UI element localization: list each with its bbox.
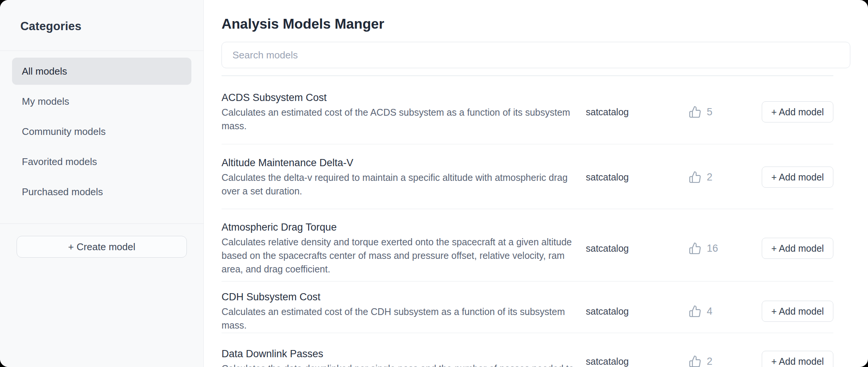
likes-count: 5 xyxy=(707,106,712,118)
search-input[interactable] xyxy=(222,42,850,68)
model-author: satcatalog xyxy=(586,172,689,183)
sidebar-item-label: Favorited models xyxy=(22,156,97,168)
add-model-button[interactable]: + Add model xyxy=(762,167,833,188)
sidebar-item-favorited-models[interactable]: Favorited models xyxy=(12,148,191,175)
thumbs-up-icon[interactable] xyxy=(689,305,701,318)
sidebar-item-label: Community models xyxy=(22,126,106,138)
sidebar-item-community-models[interactable]: Community models xyxy=(12,118,191,145)
sidebar-item-my-models[interactable]: My models xyxy=(12,88,191,115)
create-model-button[interactable]: + Create model xyxy=(17,236,187,258)
add-model-button[interactable]: + Add model xyxy=(762,238,833,259)
likes-count: 4 xyxy=(707,306,712,317)
model-row: Atmospheric Drag Torque Calculates relat… xyxy=(222,209,833,281)
model-name: Altitude Maintenance Delta-V xyxy=(222,156,582,169)
page-title: Analysis Models Manger xyxy=(222,16,850,32)
sidebar-item-label: All models xyxy=(22,66,67,77)
model-text: ACDS Subsystem Cost Calculates an estima… xyxy=(222,91,582,133)
model-author: satcatalog xyxy=(586,243,689,254)
thumbs-up-icon[interactable] xyxy=(689,171,701,184)
add-model-button[interactable]: + Add model xyxy=(762,351,833,367)
likes-count: 2 xyxy=(707,171,712,183)
model-likes: 2 xyxy=(689,171,762,184)
likes-count: 2 xyxy=(707,356,712,367)
model-likes: 2 xyxy=(689,355,762,367)
sidebar-item-label: Purchased models xyxy=(22,186,103,198)
model-author: satcatalog xyxy=(586,306,689,317)
model-row: Altitude Maintenance Delta-V Calculates … xyxy=(222,144,833,209)
sidebar-item-purchased-models[interactable]: Purchased models xyxy=(12,178,191,205)
app-window: Categories All models My models Communit… xyxy=(0,0,868,367)
sidebar-header: Categories xyxy=(0,0,203,51)
model-description: Calculates relative density and torque e… xyxy=(222,235,582,276)
thumbs-up-icon[interactable] xyxy=(689,242,701,255)
model-description: Calculates the delta-v required to maint… xyxy=(222,171,582,198)
model-text: CDH Subsystem Cost Calculates an estimat… xyxy=(222,291,582,332)
model-name: Atmospheric Drag Torque xyxy=(222,221,582,234)
model-list: ACDS Subsystem Cost Calculates an estima… xyxy=(222,76,833,367)
model-description: Calculates an estimated cost of the ACDS… xyxy=(222,106,582,133)
model-row: Data Downlink Passes Calculates the data… xyxy=(222,333,833,367)
sidebar-footer: + Create model xyxy=(0,223,203,258)
model-row: CDH Subsystem Cost Calculates an estimat… xyxy=(222,281,833,333)
model-likes: 4 xyxy=(689,305,762,318)
model-name: ACDS Subsystem Cost xyxy=(222,91,582,104)
thumbs-up-icon[interactable] xyxy=(689,106,701,118)
add-model-button[interactable]: + Add model xyxy=(762,101,833,122)
model-likes: 16 xyxy=(689,242,762,255)
model-row: ACDS Subsystem Cost Calculates an estima… xyxy=(222,76,833,144)
model-author: satcatalog xyxy=(586,107,689,118)
model-description: Calculates an estimated cost of the CDH … xyxy=(222,305,582,332)
model-name: CDH Subsystem Cost xyxy=(222,291,582,303)
model-description: Calculates the data downlinked per singl… xyxy=(222,362,582,367)
sidebar-item-label: My models xyxy=(22,96,69,107)
model-text: Data Downlink Passes Calculates the data… xyxy=(222,347,582,367)
likes-count: 16 xyxy=(707,243,718,254)
thumbs-up-icon[interactable] xyxy=(689,355,701,367)
add-model-button[interactable]: + Add model xyxy=(762,301,833,322)
sidebar-item-all-models[interactable]: All models xyxy=(12,58,191,85)
models-manager-panel: Analysis Models Manger ACDS Subsystem Co… xyxy=(204,0,868,367)
model-author: satcatalog xyxy=(586,356,689,367)
model-text: Atmospheric Drag Torque Calculates relat… xyxy=(222,221,582,276)
model-likes: 5 xyxy=(689,106,762,118)
category-nav: All models My models Community models Fa… xyxy=(0,51,203,223)
categories-sidebar: Categories All models My models Communit… xyxy=(0,0,204,367)
model-name: Data Downlink Passes xyxy=(222,347,582,360)
model-text: Altitude Maintenance Delta-V Calculates … xyxy=(222,156,582,198)
sidebar-heading: Categories xyxy=(20,20,203,33)
